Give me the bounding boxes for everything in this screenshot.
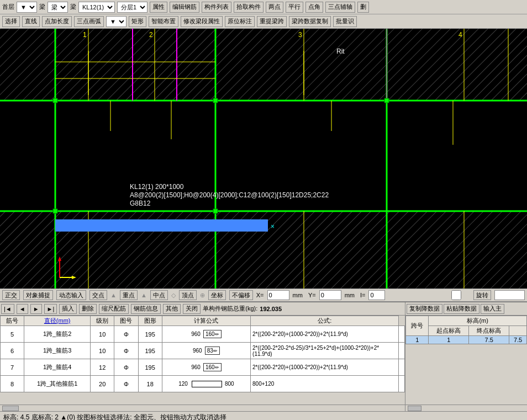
weight-value: 192.035: [260, 306, 282, 312]
origin-mark-button[interactable]: 原位标注: [225, 16, 255, 27]
svg-text:1: 1: [83, 31, 87, 39]
cell-name: 1跨_箍筋3: [24, 343, 91, 359]
layer-select[interactable]: ▼: [17, 2, 37, 13]
copy-span-button[interactable]: 复制降数据: [407, 304, 442, 314]
close-button[interactable]: 关闭: [183, 304, 201, 314]
mm-label2: mm: [345, 292, 355, 298]
rotate-input[interactable]: 0.000: [494, 290, 525, 300]
table-row[interactable]: 8 1跨_其他箍筋1 20 Φ 18 120 800 800+120: [1, 376, 405, 392]
bottom-info-bar: 标高: 4.5 底标高: 2 ▲(0) 按图标按钮选择法: 全图元、按钮拖动方式…: [0, 411, 527, 420]
edit-rebar-button[interactable]: 编辑钢筋: [170, 2, 199, 13]
angle-point-button[interactable]: 点角: [305, 2, 323, 13]
x-input[interactable]: [267, 290, 289, 300]
nomove-button[interactable]: 不偏移: [229, 290, 253, 300]
center-button[interactable]: 中点: [150, 290, 168, 300]
three-axis-button[interactable]: 三点辅轴: [325, 2, 355, 13]
next-button[interactable]: ►: [30, 304, 42, 314]
span-col-start: 起点标高: [429, 326, 469, 336]
del-rebar-button[interactable]: 删除: [79, 304, 97, 314]
svg-text:G8B12: G8B12: [130, 200, 151, 207]
status-bar: 正交 对象捕捉 动态输入 交点 ▲ 重点 ▲ 中点 ◇ 顶点 ⊕ 坐标 不偏移 …: [0, 288, 527, 302]
ortho-button[interactable]: 正交: [2, 290, 20, 300]
component-list-button[interactable]: 构件列表: [202, 2, 231, 13]
svg-rect-31: [53, 98, 57, 103]
rebar-panel: |◄ ◄ ► ►| 插入 删除 缩尺配筋 钢筋信息 其他 关闭 单构件钢筋总重(…: [0, 302, 405, 411]
svg-rect-34: [53, 209, 57, 213]
point-length-button[interactable]: 点加长度: [42, 16, 72, 27]
property-button[interactable]: 属性: [150, 2, 167, 13]
table-row[interactable]: 5 1跨_箍筋2 10 Φ 195 960 160 ✏ 2*((200-2*20…: [1, 326, 405, 343]
cell-grade: Φ: [114, 343, 138, 359]
i-input[interactable]: [368, 290, 385, 300]
svg-text:2: 2: [149, 31, 153, 39]
delete-button[interactable]: 删: [357, 2, 369, 13]
span-table-container[interactable]: 跨号 标高(m) 起点标高 终点标高 1 1 7.5 7.5: [405, 316, 527, 405]
span-panel: 复制降数据 粘贴降数据 输入主 跨号 标高(m) 起点标高 终点标高: [405, 302, 527, 411]
type-select[interactable]: 梁: [48, 2, 68, 13]
paste-span-button[interactable]: 粘贴降数据: [444, 304, 479, 314]
last-button[interactable]: ►|: [44, 304, 57, 314]
svg-text:4: 4: [459, 31, 462, 39]
first-button[interactable]: |◄: [1, 304, 14, 314]
cell-id: 8: [1, 376, 24, 392]
table-row[interactable]: 6 1跨_箍筋3 10 Φ 195 960 83 ✏ 2*((200-2*20-…: [1, 343, 405, 359]
canvas-area[interactable]: × KL12(1) 200*1000 A8@200(2)[1500];H0@20…: [0, 29, 527, 288]
sublayer-select[interactable]: 分层1: [117, 2, 147, 13]
h-scrollbar[interactable]: [0, 405, 405, 411]
rectangle-button[interactable]: 矩形: [129, 16, 146, 27]
midpoint-button[interactable]: 重点: [120, 290, 138, 300]
cell-shape: 960 160 ✏: [162, 359, 250, 376]
span-cell-end: 7.5: [509, 336, 527, 344]
prev-button[interactable]: ◄: [17, 304, 28, 314]
scale-rebar-button[interactable]: 缩尺配筋: [99, 304, 129, 314]
snap-button[interactable]: 对象捕捉: [23, 290, 53, 300]
vertex-button[interactable]: 顶点: [179, 290, 197, 300]
select-button[interactable]: 选择: [2, 16, 20, 27]
rotate-button[interactable]: 旋转: [473, 290, 491, 300]
pick-button[interactable]: 拾取构件: [234, 2, 264, 13]
sep1: ▲: [110, 292, 117, 298]
cell-id: 5: [1, 326, 24, 343]
table-row[interactable]: 7 1跨_箍筋4 12 Φ 195 960 160 ✏ 2*((200-2*20…: [1, 359, 405, 376]
sep4: ⊕: [200, 292, 205, 299]
arc-select[interactable]: ▼: [106, 16, 127, 27]
canvas-svg: × KL12(1) 200*1000 A8@200(2)[1500];H0@20…: [0, 29, 527, 288]
coord-button[interactable]: 坐标: [208, 290, 226, 300]
rebar-toolbar: |◄ ◄ ► ►| 插入 删除 缩尺配筋 钢筋信息 其他 关闭 单构件钢筋总重(…: [0, 302, 405, 316]
parallel-button[interactable]: 平行: [286, 2, 303, 13]
rebar-table-container[interactable]: 筋号 直径(mm) 级别 图号 图形 计算公式 公式: 5 1跨_箍筋2 10: [0, 316, 405, 405]
cell-formula2: [399, 326, 405, 343]
span-copy-button[interactable]: 梁跨数据复制: [289, 16, 331, 27]
cell-grade: Φ: [114, 376, 138, 392]
insert-button[interactable]: 插入: [59, 304, 77, 314]
cell-name: 1跨_箍筋4: [24, 359, 91, 376]
name-select[interactable]: KL12(1): [78, 2, 115, 13]
rebar-info-button[interactable]: 钢筋信息: [131, 304, 161, 314]
input-main-button[interactable]: 输入主: [481, 304, 504, 314]
rebar-table: 筋号 直径(mm) 级别 图号 图形 计算公式 公式: 5 1跨_箍筋2 10: [0, 316, 405, 392]
modify-span-button[interactable]: 修改梁段属性: [181, 16, 223, 27]
batch-button[interactable]: 批量识: [333, 16, 357, 27]
two-point-button[interactable]: 两点: [266, 2, 283, 13]
toolbar-second: 选择 直线 点加长度 三点画弧 ▼ 矩形 智能布置 修改梁段属性 原位标注 重提…: [0, 14, 527, 29]
y-input[interactable]: [319, 290, 341, 300]
cell-formula: 2*((200-2*20)+(1000-2*20))+2*(11.9*d): [251, 326, 399, 343]
straight-button[interactable]: 直线: [22, 16, 40, 27]
redraw-button[interactable]: 重提梁跨: [257, 16, 287, 27]
span-col-height: 标高(m): [429, 316, 527, 326]
cell-shape: 960 83 ✏: [162, 343, 250, 359]
dynamic-button[interactable]: 动态输入: [56, 290, 86, 300]
cell-dia: 12: [91, 359, 114, 376]
other-button[interactable]: 其他: [163, 304, 181, 314]
three-arc-button[interactable]: 三点画弧: [74, 16, 104, 27]
span-col-end: 终点标高: [469, 326, 509, 336]
svg-text:A8@200(2)[1500];H0@200(4)[2000: A8@200(2)[1500];H0@200(4)[2000];C12@100(…: [130, 191, 329, 199]
span-row[interactable]: 1 1 7.5 7.5: [406, 336, 527, 344]
cell-fig: 195: [138, 326, 162, 343]
rotate-check[interactable]: [442, 290, 470, 300]
intersect-button[interactable]: 交点: [89, 290, 107, 300]
smart-layout-button[interactable]: 智能布置: [149, 16, 178, 27]
col-shape: 图形: [138, 316, 162, 326]
sep2: ▲: [141, 292, 147, 298]
span-h-scrollbar[interactable]: [405, 405, 527, 411]
